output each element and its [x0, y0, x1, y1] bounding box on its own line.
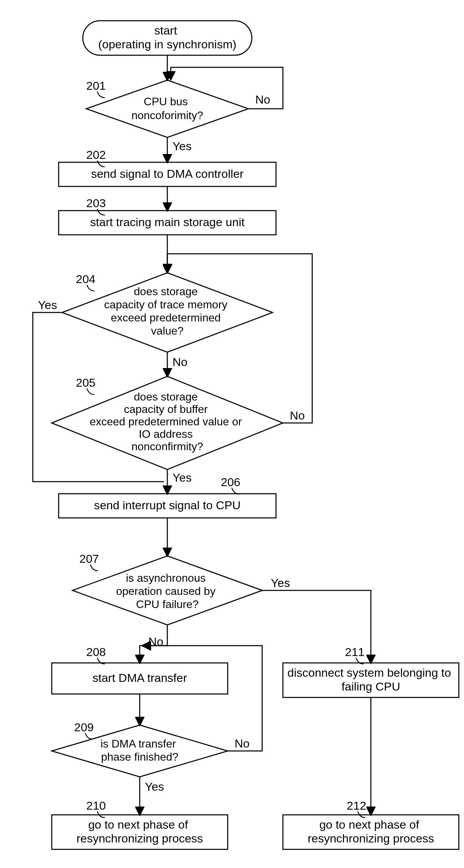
ref-206: 206	[221, 475, 240, 489]
svg-text:send signal to DMA controller: send signal to DMA controller	[91, 167, 244, 180]
ref-211: 211	[345, 645, 365, 658]
svg-text:disconnect system belonging to: disconnect system belonging to failing C…	[287, 666, 454, 693]
svg-text:start
      (operating in sync: start (operating in synchronism)	[98, 24, 237, 51]
node-d201: CPU bus noncoforimity?	[86, 80, 248, 137]
svg-text:send interrupt signal to CPU: send interrupt signal to CPU	[94, 499, 240, 512]
ref-204: 204	[76, 272, 96, 286]
node-d205: does storage capacity of buffer exceed p…	[52, 376, 283, 470]
svg-text:does storage
      capacity of: does storage capacity of trace memory ex…	[104, 285, 230, 337]
ref-202: 202	[86, 148, 106, 161]
ref-201: 201	[86, 79, 106, 92]
svg-text:CPU bus
      noncoforimity?: CPU bus noncoforimity?	[131, 95, 203, 122]
svg-text:is DMA transfer
      phase fi: is DMA transfer phase finished?	[100, 737, 179, 763]
node-p210: go to next phase of resynchronizing proc…	[52, 815, 228, 849]
node-p208: start DMA transfer	[52, 663, 228, 694]
svg-text:go to next phase of
      resy: go to next phase of resynchronizing proc…	[77, 818, 203, 845]
ref-207: 207	[79, 552, 99, 565]
ref-210: 210	[86, 799, 106, 812]
start-line2: (operating in synchronism)	[98, 38, 237, 51]
ref-205: 205	[76, 376, 96, 389]
ref-209: 209	[74, 721, 94, 734]
ref-203: 203	[86, 196, 106, 210]
d201-yes-label: Yes	[172, 139, 191, 153]
d204-yes-label: Yes	[38, 298, 57, 311]
node-p203: start tracing main storage unit	[59, 211, 276, 235]
d205-yes-label: Yes	[172, 471, 191, 484]
svg-text:start DMA transfer: start DMA transfer	[92, 671, 187, 684]
d204-no-label: No	[172, 355, 187, 368]
d209-yes-label: Yes	[145, 780, 164, 793]
node-p212: go to next phase of resynchronizing proc…	[283, 815, 459, 849]
node-p206: send interrupt signal to CPU	[59, 494, 276, 518]
d205-no-label: No	[290, 409, 305, 422]
ref-208: 208	[86, 645, 106, 658]
start-line1: start	[154, 24, 177, 37]
node-p202: send signal to DMA controller	[59, 162, 276, 186]
d207-yes-label: Yes	[271, 576, 290, 589]
svg-text:is asynchronous
      operatio: is asynchronous operation caused by CPU …	[116, 572, 218, 610]
svg-text:go to next phase of
      resy: go to next phase of resynchronizing proc…	[308, 818, 434, 845]
d209-no-label: No	[235, 737, 249, 750]
svg-text:does storage
      capacity of: does storage capacity of buffer exceed p…	[90, 390, 245, 453]
node-p211: disconnect system belonging to failing C…	[283, 663, 459, 697]
flowchart-canvas: start (operating in synchronism) CPU bus…	[0, 0, 464, 868]
d201-no-label: No	[255, 93, 270, 106]
svg-text:start tracing main storage uni: start tracing main storage unit	[90, 215, 245, 229]
node-start: start (operating in synchronism)	[83, 21, 252, 55]
ref-212: 212	[347, 799, 366, 812]
node-d207: is asynchronous operation caused by CPU …	[72, 556, 262, 625]
